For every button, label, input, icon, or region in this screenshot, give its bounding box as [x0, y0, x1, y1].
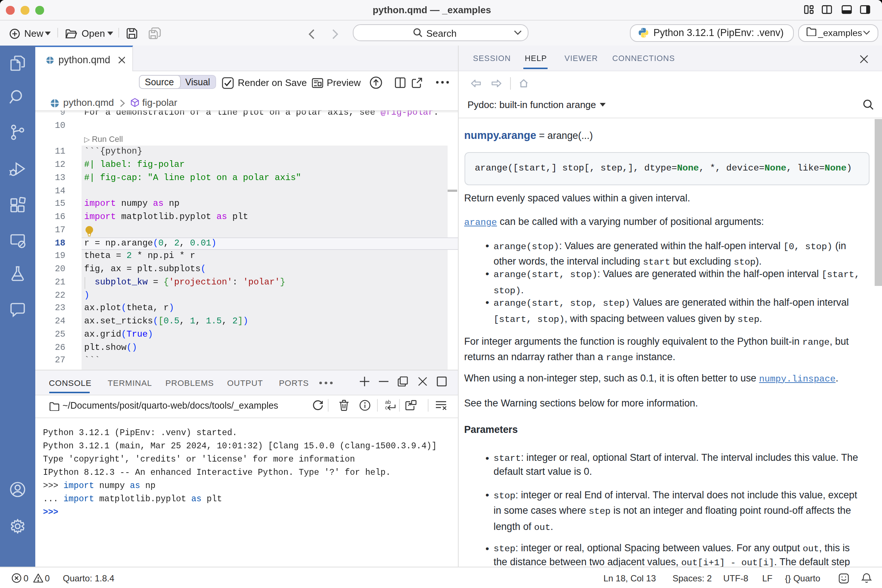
svg-text:ab: ab — [385, 400, 391, 405]
svg-text:c: c — [385, 405, 388, 411]
